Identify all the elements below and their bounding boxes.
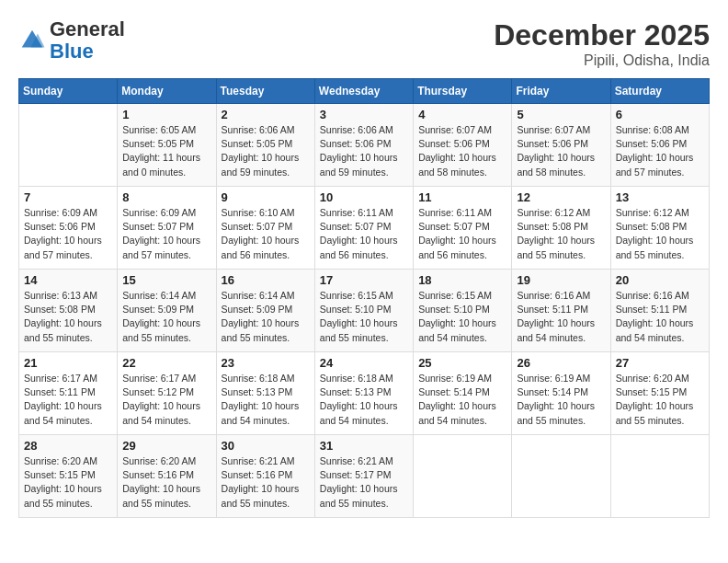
- week-row-3: 14Sunrise: 6:13 AMSunset: 5:08 PMDayligh…: [19, 270, 710, 352]
- day-number: 11: [418, 190, 506, 204]
- week-row-5: 28Sunrise: 6:20 AMSunset: 5:15 PMDayligh…: [19, 435, 710, 518]
- day-number: 10: [320, 190, 408, 204]
- calendar-table: SundayMondayTuesdayWednesdayThursdayFrid…: [18, 78, 710, 518]
- day-number: 7: [24, 190, 112, 204]
- day-cell: 20Sunrise: 6:16 AMSunset: 5:11 PMDayligh…: [610, 270, 709, 352]
- day-info: Sunrise: 6:14 AMSunset: 5:09 PMDaylight:…: [122, 289, 210, 345]
- column-header-thursday: Thursday: [414, 79, 512, 104]
- calendar-header: SundayMondayTuesdayWednesdayThursdayFrid…: [19, 79, 710, 104]
- day-number: 13: [616, 190, 704, 204]
- day-number: 15: [122, 273, 210, 287]
- day-cell: 22Sunrise: 6:17 AMSunset: 5:12 PMDayligh…: [118, 352, 216, 435]
- day-info: Sunrise: 6:08 AMSunset: 5:06 PMDaylight:…: [616, 123, 704, 179]
- week-row-2: 7Sunrise: 6:09 AMSunset: 5:06 PMDaylight…: [19, 187, 710, 270]
- day-info: Sunrise: 6:12 AMSunset: 5:08 PMDaylight:…: [616, 206, 704, 262]
- day-number: 5: [517, 108, 605, 121]
- day-cell: [414, 435, 512, 518]
- day-number: 20: [616, 273, 704, 287]
- day-number: 25: [418, 356, 506, 370]
- day-info: Sunrise: 6:12 AMSunset: 5:08 PMDaylight:…: [517, 206, 605, 262]
- logo: General Blue: [18, 18, 125, 63]
- column-header-wednesday: Wednesday: [314, 79, 413, 104]
- day-number: 29: [122, 439, 210, 453]
- day-cell: 4Sunrise: 6:07 AMSunset: 5:06 PMDaylight…: [414, 104, 512, 187]
- day-info: Sunrise: 6:18 AMSunset: 5:13 PMDaylight:…: [222, 372, 310, 428]
- column-header-sunday: Sunday: [19, 79, 118, 104]
- day-number: 18: [418, 273, 506, 287]
- day-cell: 23Sunrise: 6:18 AMSunset: 5:13 PMDayligh…: [216, 352, 314, 435]
- day-cell: [512, 435, 610, 518]
- day-cell: 10Sunrise: 6:11 AMSunset: 5:07 PMDayligh…: [314, 187, 413, 270]
- day-info: Sunrise: 6:17 AMSunset: 5:11 PMDaylight:…: [24, 372, 112, 428]
- day-number: 28: [24, 439, 112, 453]
- column-header-monday: Monday: [118, 79, 216, 104]
- day-number: 26: [517, 356, 605, 370]
- day-cell: 13Sunrise: 6:12 AMSunset: 5:08 PMDayligh…: [610, 187, 709, 270]
- day-cell: 3Sunrise: 6:06 AMSunset: 5:06 PMDaylight…: [314, 104, 413, 187]
- day-number: 3: [320, 108, 408, 121]
- day-number: 16: [222, 273, 310, 287]
- day-number: 27: [616, 356, 704, 370]
- day-number: 23: [222, 356, 310, 370]
- day-cell: [19, 104, 118, 187]
- day-cell: [610, 435, 709, 518]
- day-cell: 25Sunrise: 6:19 AMSunset: 5:14 PMDayligh…: [414, 352, 512, 435]
- day-number: 24: [320, 356, 408, 370]
- day-cell: 21Sunrise: 6:17 AMSunset: 5:11 PMDayligh…: [19, 352, 118, 435]
- day-cell: 9Sunrise: 6:10 AMSunset: 5:07 PMDaylight…: [216, 187, 314, 270]
- week-row-1: 1Sunrise: 6:05 AMSunset: 5:05 PMDaylight…: [19, 104, 710, 187]
- day-info: Sunrise: 6:14 AMSunset: 5:09 PMDaylight:…: [222, 289, 310, 345]
- day-cell: 15Sunrise: 6:14 AMSunset: 5:09 PMDayligh…: [118, 270, 216, 352]
- day-info: Sunrise: 6:20 AMSunset: 5:15 PMDaylight:…: [616, 372, 704, 428]
- day-info: Sunrise: 6:10 AMSunset: 5:07 PMDaylight:…: [222, 206, 310, 262]
- day-number: 4: [418, 108, 506, 121]
- day-info: Sunrise: 6:13 AMSunset: 5:08 PMDaylight:…: [24, 289, 112, 345]
- day-cell: 27Sunrise: 6:20 AMSunset: 5:15 PMDayligh…: [610, 352, 709, 435]
- column-header-tuesday: Tuesday: [216, 79, 314, 104]
- week-row-4: 21Sunrise: 6:17 AMSunset: 5:11 PMDayligh…: [19, 352, 710, 435]
- location-subtitle: Pipili, Odisha, India: [494, 52, 710, 69]
- day-info: Sunrise: 6:19 AMSunset: 5:14 PMDaylight:…: [418, 372, 506, 428]
- day-info: Sunrise: 6:20 AMSunset: 5:15 PMDaylight:…: [24, 454, 112, 511]
- day-info: Sunrise: 6:18 AMSunset: 5:13 PMDaylight:…: [320, 372, 408, 428]
- day-info: Sunrise: 6:20 AMSunset: 5:16 PMDaylight:…: [122, 454, 210, 511]
- day-info: Sunrise: 6:17 AMSunset: 5:12 PMDaylight:…: [122, 372, 210, 428]
- day-info: Sunrise: 6:06 AMSunset: 5:06 PMDaylight:…: [320, 123, 408, 179]
- day-cell: 19Sunrise: 6:16 AMSunset: 5:11 PMDayligh…: [512, 270, 610, 352]
- logo-icon: [18, 27, 46, 54]
- day-cell: 12Sunrise: 6:12 AMSunset: 5:08 PMDayligh…: [512, 187, 610, 270]
- day-number: 12: [517, 190, 605, 204]
- day-info: Sunrise: 6:21 AMSunset: 5:16 PMDaylight:…: [222, 454, 310, 511]
- day-number: 19: [517, 273, 605, 287]
- header-row: SundayMondayTuesdayWednesdayThursdayFrid…: [19, 79, 710, 104]
- day-info: Sunrise: 6:11 AMSunset: 5:07 PMDaylight:…: [418, 206, 506, 262]
- page-header: General Blue December 2025 Pipili, Odish…: [18, 18, 710, 69]
- day-info: Sunrise: 6:06 AMSunset: 5:05 PMDaylight:…: [222, 123, 310, 179]
- day-info: Sunrise: 6:07 AMSunset: 5:06 PMDaylight:…: [517, 123, 605, 179]
- day-info: Sunrise: 6:05 AMSunset: 5:05 PMDaylight:…: [122, 123, 210, 179]
- day-cell: 16Sunrise: 6:14 AMSunset: 5:09 PMDayligh…: [216, 270, 314, 352]
- day-info: Sunrise: 6:16 AMSunset: 5:11 PMDaylight:…: [517, 289, 605, 345]
- day-number: 2: [222, 108, 310, 121]
- day-cell: 5Sunrise: 6:07 AMSunset: 5:06 PMDaylight…: [512, 104, 610, 187]
- day-number: 8: [122, 190, 210, 204]
- day-cell: 11Sunrise: 6:11 AMSunset: 5:07 PMDayligh…: [414, 187, 512, 270]
- day-number: 9: [222, 190, 310, 204]
- day-cell: 28Sunrise: 6:20 AMSunset: 5:15 PMDayligh…: [19, 435, 118, 518]
- month-title: December 2025: [494, 18, 710, 52]
- day-cell: 24Sunrise: 6:18 AMSunset: 5:13 PMDayligh…: [314, 352, 413, 435]
- day-number: 1: [122, 108, 210, 121]
- column-header-saturday: Saturday: [610, 79, 709, 104]
- day-info: Sunrise: 6:07 AMSunset: 5:06 PMDaylight:…: [418, 123, 506, 179]
- column-header-friday: Friday: [512, 79, 610, 104]
- day-info: Sunrise: 6:19 AMSunset: 5:14 PMDaylight:…: [517, 372, 605, 428]
- day-number: 30: [222, 439, 310, 453]
- day-number: 22: [122, 356, 210, 370]
- day-info: Sunrise: 6:09 AMSunset: 5:06 PMDaylight:…: [24, 206, 112, 262]
- day-cell: 26Sunrise: 6:19 AMSunset: 5:14 PMDayligh…: [512, 352, 610, 435]
- calendar-body: 1Sunrise: 6:05 AMSunset: 5:05 PMDaylight…: [19, 104, 710, 518]
- day-info: Sunrise: 6:15 AMSunset: 5:10 PMDaylight:…: [418, 289, 506, 345]
- logo-general-text: General: [50, 17, 125, 40]
- day-info: Sunrise: 6:11 AMSunset: 5:07 PMDaylight:…: [320, 206, 408, 262]
- day-cell: 8Sunrise: 6:09 AMSunset: 5:07 PMDaylight…: [118, 187, 216, 270]
